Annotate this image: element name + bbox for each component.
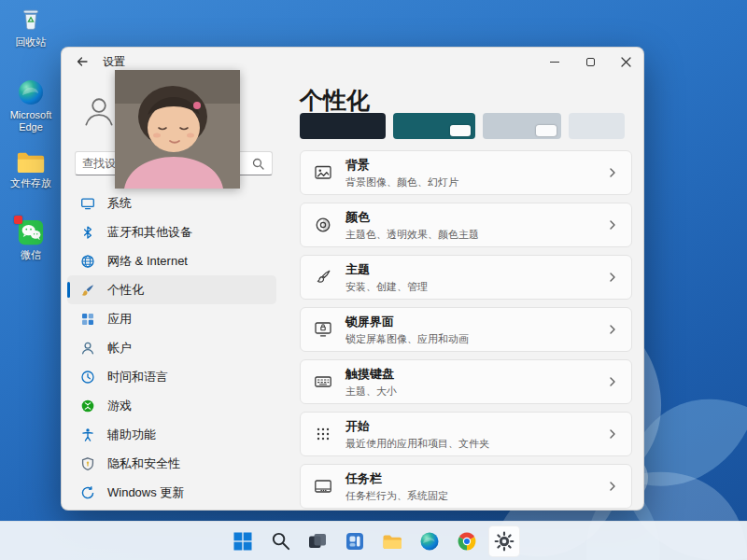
- sidebar-item-time-language[interactable]: 时间和语言: [67, 362, 276, 391]
- card-subtitle: 锁定屏幕图像、应用和动画: [345, 332, 607, 346]
- theme-pill: [536, 125, 557, 136]
- sidebar-item-label: 帐户: [107, 340, 132, 357]
- edge-button[interactable]: [414, 525, 445, 557]
- desktop-icon-folder[interactable]: 文件存放: [3, 149, 59, 189]
- taskbar: [0, 521, 747, 560]
- sidebar-item-label: Windows 更新: [107, 484, 184, 501]
- system-icon: [80, 196, 95, 211]
- sidebar-item-accessibility[interactable]: 辅助功能: [67, 420, 276, 449]
- account-avatar[interactable]: [78, 91, 120, 132]
- edge-icon: [418, 530, 441, 553]
- card-subtitle: 主题色、透明效果、颜色主题: [345, 228, 607, 242]
- page-title: 个性化: [300, 85, 370, 116]
- personalization-icon: [80, 283, 95, 298]
- settings-card-taskbar[interactable]: 任务栏 任务栏行为、系统固定: [300, 464, 632, 509]
- sidebar-item-label: 隐私和安全性: [107, 455, 180, 472]
- sidebar-item-label: 应用: [107, 311, 132, 328]
- close-icon: [621, 57, 631, 67]
- sidebar-item-personalization[interactable]: 个性化: [67, 275, 276, 304]
- accounts-icon: [80, 341, 95, 356]
- sidebar-item-label: 系统: [107, 195, 132, 212]
- settings-window: 设置: [61, 47, 644, 511]
- chevron-right-icon: [607, 167, 618, 178]
- card-subtitle: 背景图像、颜色、幻灯片: [345, 175, 607, 189]
- lock-screen-icon: [314, 320, 332, 339]
- task-view-icon: [306, 530, 329, 553]
- chevron-right-icon: [607, 324, 618, 335]
- sidebar-item-bluetooth-devices[interactable]: 蓝牙和其他设备: [67, 217, 276, 246]
- minimize-button[interactable]: [537, 48, 572, 76]
- network-icon: [80, 254, 95, 269]
- time-language-icon: [80, 370, 95, 385]
- sidebar-item-accounts[interactable]: 帐户: [67, 333, 276, 362]
- settings-card-start[interactable]: 开始 最近使用的应用和项目、文件夹: [300, 412, 632, 456]
- chrome-button[interactable]: [451, 525, 483, 557]
- search-icon: [252, 158, 264, 170]
- chevron-right-icon: [607, 272, 618, 283]
- sidebar-item-label: 个性化: [107, 282, 144, 299]
- touch-keyboard-icon: [314, 372, 332, 391]
- person-icon: [80, 92, 118, 130]
- sidebar-item-system[interactable]: 系统: [67, 189, 276, 217]
- card-subtitle: 安装、创建、管理: [345, 280, 607, 294]
- widgets-icon: [344, 530, 366, 553]
- taskbar-icon: [314, 477, 332, 496]
- sidebar-item-label: 时间和语言: [107, 369, 168, 385]
- apps-icon: [80, 312, 95, 327]
- theme-thumbnail[interactable]: [300, 113, 386, 139]
- desktop-icon-label: 微信: [21, 249, 41, 261]
- theme-thumbnail[interactable]: [569, 113, 625, 139]
- settings-card-touch-keyboard[interactable]: 触摸键盘 主题、大小: [300, 359, 632, 404]
- settings-card-background[interactable]: 背景 背景图像、颜色、幻灯片: [300, 150, 632, 195]
- maximize-icon: [586, 58, 595, 66]
- desktop-icon-label: 文件存放: [10, 177, 51, 189]
- card-text: 主题 安装、创建、管理: [345, 261, 607, 294]
- background-icon: [314, 163, 332, 182]
- card-text: 背景 背景图像、颜色、幻灯片: [345, 157, 607, 189]
- widgets-button[interactable]: [339, 525, 371, 557]
- settings-card-themes[interactable]: 主题 安装、创建、管理: [300, 255, 632, 300]
- settings-button[interactable]: [488, 525, 520, 557]
- sidebar-item-label: 游戏: [107, 398, 132, 414]
- sidebar-item-apps[interactable]: 应用: [67, 304, 276, 333]
- taskbar-search-button[interactable]: [264, 525, 296, 557]
- folder-icon: [16, 149, 46, 175]
- close-button[interactable]: [608, 48, 643, 76]
- bluetooth-icon: [80, 225, 95, 240]
- start-button[interactable]: [227, 525, 259, 557]
- task-view-button[interactable]: [302, 525, 333, 557]
- sidebar-item-network-internet[interactable]: 网络 & Internet: [67, 246, 276, 275]
- selected-accent-bar: [67, 282, 70, 298]
- card-subtitle: 任务栏行为、系统固定: [345, 489, 607, 503]
- notification-badge: [14, 216, 22, 224]
- sidebar-item-gaming[interactable]: 游戏: [67, 391, 276, 420]
- settings-card-list: 背景 背景图像、颜色、幻灯片 颜色 主题色、透明效果、颜色主题 主题 安装、创建…: [300, 150, 632, 511]
- back-button[interactable]: [68, 49, 96, 74]
- desktop-icon-label: Microsoft Edge: [3, 109, 59, 133]
- card-title: 背景: [345, 157, 607, 174]
- card-subtitle: 主题、大小: [345, 385, 607, 399]
- card-text: 触摸键盘 主题、大小: [345, 366, 607, 399]
- sidebar-item-label: 辅助功能: [107, 427, 156, 443]
- maximize-button[interactable]: [572, 48, 608, 76]
- card-title: 任务栏: [345, 470, 607, 487]
- account-photo: [115, 70, 240, 189]
- sidebar-item-label: 网络 & Internet: [107, 253, 188, 270]
- desktop-icon-recycle-bin[interactable]: 回收站: [3, 6, 59, 49]
- start-icon: [314, 425, 332, 443]
- theme-thumbnail[interactable]: [393, 113, 475, 139]
- chrome-icon: [456, 530, 478, 553]
- gaming-icon: [80, 399, 95, 413]
- desktop-icon-wechat[interactable]: 微信: [3, 218, 59, 261]
- settings-sidebar: 系统 蓝牙和其他设备 网络 & Internet 个性化 应用 帐户: [67, 189, 276, 507]
- sidebar-item-windows-update[interactable]: Windows 更新: [67, 478, 276, 507]
- theme-preview-strip: [300, 113, 632, 139]
- theme-thumbnail[interactable]: [483, 113, 561, 139]
- settings-card-colors[interactable]: 颜色 主题色、透明效果、颜色主题: [300, 203, 632, 247]
- settings-card-lock-screen[interactable]: 锁屏界面 锁定屏幕图像、应用和动画: [300, 307, 632, 352]
- sidebar-item-privacy-security[interactable]: 隐私和安全性: [67, 449, 276, 478]
- search-icon: [270, 530, 291, 552]
- file-explorer-button[interactable]: [376, 525, 408, 557]
- colors-icon: [314, 216, 332, 234]
- desktop-icon-edge[interactable]: Microsoft Edge: [3, 78, 59, 133]
